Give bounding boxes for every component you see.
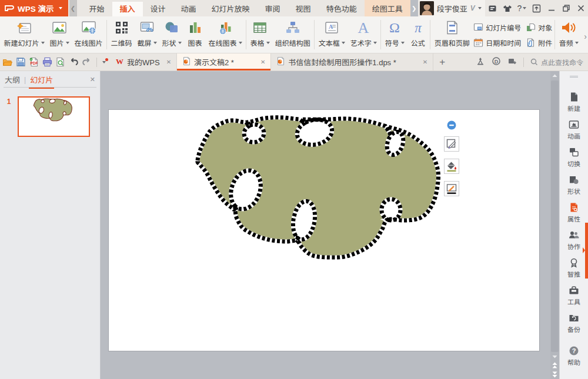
sidebar-item-collaborate[interactable]: 协作 xyxy=(567,230,580,251)
print-preview-icon[interactable] xyxy=(55,57,65,67)
slide-thumbnail[interactable] xyxy=(18,96,90,137)
ribbon-button-18[interactable]: 附件 xyxy=(526,35,552,50)
hide-tabs-chevron[interactable]: ❮ xyxy=(69,0,77,16)
ribbon-button-14[interactable]: 页眉和页脚 xyxy=(432,16,472,53)
ribbon-button-0[interactable]: 新建幻灯片 xyxy=(1,16,47,53)
close-panel-icon[interactable]: ✕ xyxy=(90,76,95,83)
previous-slide-icon[interactable] xyxy=(552,361,558,369)
customize-toolbar-caret[interactable] xyxy=(102,61,106,63)
sidebar-item-label: 智推 xyxy=(567,269,580,279)
command-search[interactable]: 点此查找命令 xyxy=(530,57,583,67)
wps-logo[interactable]: WPS 演示 xyxy=(0,0,68,16)
ribbon-button-11[interactable]: A艺术字 xyxy=(348,16,379,53)
notification-dot xyxy=(105,58,108,61)
sidebar-item-smart[interactable]: 智推 xyxy=(567,257,580,279)
skin-icon[interactable] xyxy=(500,0,514,16)
ribbon-button-8[interactable]: 表格 xyxy=(248,16,272,53)
ribbon-button-19[interactable]: 音频 xyxy=(556,16,581,53)
scrollbar-thumb[interactable] xyxy=(551,81,559,352)
close-tab-icon[interactable]: ✕ xyxy=(260,59,265,65)
close-tab-icon[interactable]: ✕ xyxy=(423,59,427,65)
close-button[interactable] xyxy=(573,0,588,16)
sidebar-item-shape[interactable]: 形状 xyxy=(567,175,580,196)
tab-outline[interactable]: 大纲 xyxy=(5,74,20,85)
export-pdf-icon[interactable]: PDF xyxy=(29,57,39,67)
pickup-toolbar-icon[interactable] xyxy=(507,56,517,68)
message-icon[interactable] xyxy=(485,0,500,16)
sidebar-item-properties[interactable]: 属性 xyxy=(567,202,580,223)
minimize-button[interactable] xyxy=(544,0,559,16)
sidebar-item-label: 帮助 xyxy=(567,357,580,367)
document-tab-1[interactable]: 演示文稿2 *✕ xyxy=(177,53,271,71)
menu-tab-4[interactable]: 幻灯片放映 xyxy=(204,0,258,16)
ribbon-button-6[interactable]: 图表 xyxy=(184,16,206,53)
restore-button[interactable] xyxy=(559,0,573,16)
formula-icon: π xyxy=(410,18,426,37)
slide[interactable] xyxy=(109,110,539,351)
ribbon-button-7[interactable]: 在线图表 xyxy=(206,16,245,53)
context-tab-drawing-tools[interactable]: 绘图工具 xyxy=(365,0,410,16)
menu-tab-6[interactable]: 视图 xyxy=(288,0,319,16)
edit-shape-button[interactable] xyxy=(444,136,459,152)
dropdown-caret-icon xyxy=(178,42,182,44)
ribbon-button-5[interactable]: 形状 xyxy=(159,16,184,53)
menu-tab-3[interactable]: 动画 xyxy=(173,0,204,16)
menu-tab-2[interactable]: 设计 xyxy=(143,0,173,16)
ribbon-button-label: 音频 xyxy=(559,38,573,48)
menu-tab-1[interactable]: 插入 xyxy=(112,2,143,16)
ribbon-button-label: 组织结构图 xyxy=(275,38,310,48)
print-icon[interactable] xyxy=(42,57,52,67)
ribbon-button-16[interactable]: 日期和时间 xyxy=(473,35,521,50)
save-icon[interactable] xyxy=(16,57,26,67)
ribbon-button-4[interactable]: 截屏 xyxy=(135,16,159,53)
ribbon-button-2[interactable]: 在线图片 xyxy=(72,16,105,53)
ribbon-button-12[interactable]: Ω符号 xyxy=(382,16,407,53)
document-tab-0[interactable]: W我的WPS✕ xyxy=(110,53,177,71)
slide-canvas[interactable] xyxy=(101,71,550,379)
open-file-icon[interactable] xyxy=(2,57,12,67)
user-account[interactable]: 段宇俊亚 V xyxy=(420,0,485,16)
docer-icon[interactable]: D xyxy=(492,56,501,68)
tab-slides[interactable]: 幻灯片 xyxy=(30,74,53,85)
document-tab-2[interactable]: 书信信封绘制用图形操作1.dps *✕ xyxy=(271,53,433,71)
sidebar-item-new-doc[interactable]: 新建 xyxy=(567,92,580,113)
presentation-icon xyxy=(276,56,285,68)
sidebar-item-transition[interactable]: 切换 xyxy=(567,147,580,168)
ribbon-button-1[interactable]: 图片 xyxy=(47,16,72,53)
online-picture-icon xyxy=(81,18,97,37)
show-more-chevron[interactable]: ❯ xyxy=(410,0,418,16)
scroll-up-icon[interactable] xyxy=(552,73,558,79)
outline-color-button[interactable] xyxy=(444,181,459,196)
properties-panel-indicator[interactable] xyxy=(585,223,588,279)
ribbon-button-9[interactable]: 组织结构图 xyxy=(272,16,313,53)
help-icon[interactable]: ? xyxy=(514,0,529,16)
ribbon-button-15[interactable]: 幻灯片编号 xyxy=(473,19,521,35)
redo-icon[interactable] xyxy=(82,57,92,67)
close-tab-icon[interactable]: ✕ xyxy=(166,59,171,65)
menu-tab-0[interactable]: 开始 xyxy=(82,0,112,16)
freeform-shape[interactable] xyxy=(109,110,539,351)
ribbon-button-10[interactable]: A文本框 xyxy=(316,16,348,53)
ribbon-button-17[interactable]: 对象 xyxy=(526,19,552,35)
fill-color-button[interactable] xyxy=(444,159,459,174)
right-sidebar: 新建 动画 切换 形状 属性 协作 智推 工具 备份 ? 帮助 xyxy=(559,71,588,379)
collapse-ribbon-icon[interactable] xyxy=(529,0,544,16)
ribbon-button-3[interactable]: 二维码 xyxy=(108,16,135,53)
ribbon-more-button[interactable]: › xyxy=(584,32,587,41)
new-tab-button[interactable]: + xyxy=(433,53,451,71)
vertical-scrollbar[interactable] xyxy=(550,71,559,379)
sidebar-handle[interactable] xyxy=(570,76,578,78)
scroll-down-icon[interactable] xyxy=(552,354,558,360)
menu-tab-5[interactable]: 审阅 xyxy=(258,0,288,16)
ribbon-button-13[interactable]: π公式 xyxy=(407,16,429,53)
sidebar-item-backup[interactable]: 备份 xyxy=(567,313,580,334)
collapse-toolbar-button[interactable] xyxy=(447,120,456,130)
document-tab-label: 书信信封绘制用图形操作1.dps * xyxy=(288,56,396,68)
menu-tab-7[interactable]: 特色功能 xyxy=(319,0,365,16)
sidebar-item-tools[interactable]: 工具 xyxy=(567,285,580,306)
share-doc-icon[interactable] xyxy=(476,56,485,68)
next-slide-icon[interactable] xyxy=(552,371,558,378)
sidebar-item-animation[interactable]: 动画 xyxy=(567,119,580,140)
sidebar-item-help[interactable]: ? 帮助 xyxy=(567,346,580,367)
undo-icon[interactable] xyxy=(69,57,79,67)
